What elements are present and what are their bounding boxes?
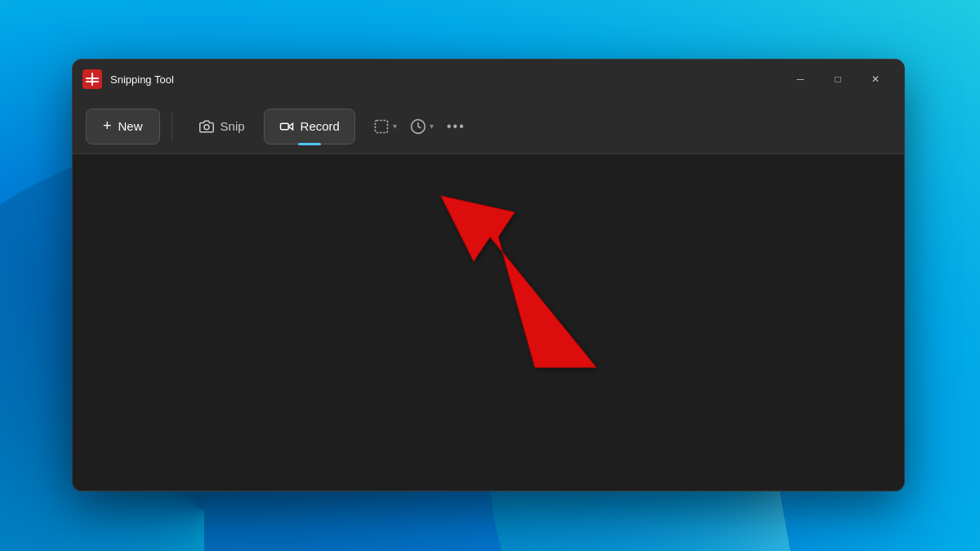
record-mode-button[interactable]: Record (264, 109, 355, 144)
new-button-label: New (118, 119, 143, 133)
app-icon (82, 69, 102, 89)
mode-group: Snip Record (184, 109, 355, 144)
minimize-button[interactable]: ─ (782, 66, 819, 92)
snip-shape-button[interactable]: ▾ (368, 109, 402, 144)
close-button[interactable]: ✕ (857, 66, 894, 92)
timer-chevron: ▾ (430, 122, 434, 131)
window-controls: ─ □ ✕ (782, 66, 894, 92)
more-options-button[interactable]: ••• (442, 109, 470, 144)
clock-icon (410, 118, 426, 135)
window-title: Snipping Tool (110, 73, 782, 86)
titlebar: Snipping Tool ─ □ ✕ (73, 60, 904, 99)
new-button[interactable]: + New (86, 109, 160, 144)
snip-mode-button[interactable]: Snip (184, 109, 261, 144)
svg-rect-7 (375, 120, 387, 132)
snip-shape-chevron: ▾ (393, 122, 397, 131)
maximize-button[interactable]: □ (819, 66, 857, 92)
camera-icon (199, 119, 214, 134)
toolbar: + New Snip Record (73, 99, 904, 154)
timer-button[interactable]: ▾ (405, 109, 439, 144)
svg-marker-6 (288, 123, 292, 130)
svg-rect-3 (91, 73, 93, 86)
more-options-icon: ••• (447, 119, 466, 134)
svg-point-4 (204, 124, 209, 129)
new-button-icon: + (103, 118, 112, 135)
toolbar-separator (172, 112, 172, 141)
snipping-tool-window: Snipping Tool ─ □ ✕ + New Snip (72, 59, 905, 491)
svg-rect-5 (280, 123, 288, 130)
toolbar-right: ▾ ▾ ••• (368, 109, 470, 144)
snip-button-label: Snip (220, 119, 245, 133)
record-icon (279, 119, 294, 134)
snip-shape-icon (373, 118, 390, 135)
main-content (73, 154, 904, 491)
record-button-label: Record (301, 119, 340, 133)
